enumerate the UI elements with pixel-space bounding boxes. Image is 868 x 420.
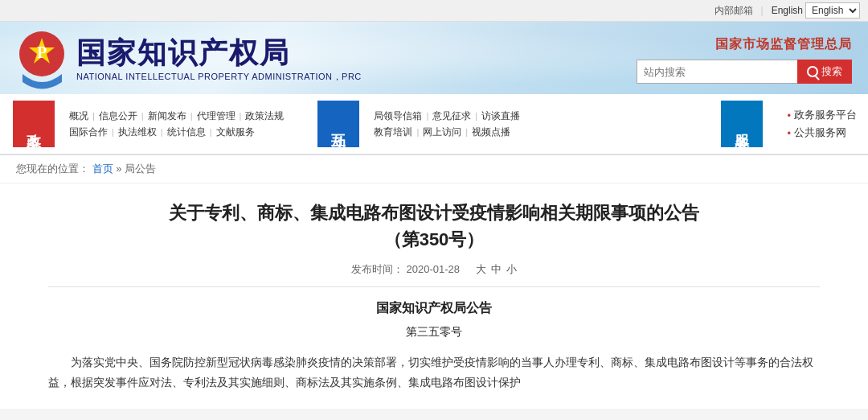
text-size-large[interactable]: 大 (476, 262, 486, 277)
logo-area: P 国家知识产权局 NATIONAL INTELLECTUAL PROPERTY… (16, 30, 362, 90)
article-number: 第三五零号 (48, 325, 820, 340)
nav-row-2: 国际合作 | 执法维权 | 统计信息 | 文献服务 (69, 126, 284, 139)
article-subtitle: （第350号） (384, 229, 485, 249)
nav-link-leadermail[interactable]: 局领导信箱 (374, 109, 422, 123)
article-date-area: 发布时间： 2020-01-28 (351, 262, 460, 277)
article-body: 为落实党中央、国务院防控新型冠状病毒感染肺炎疫情的决策部署，切实维护受疫情影响的… (48, 352, 820, 393)
nav-tab-label-zhengwu: 政务 (13, 101, 55, 147)
nav-link-opinion[interactable]: 意见征求 (432, 109, 471, 123)
nav-link-infopub[interactable]: 信息公开 (99, 109, 137, 123)
nav-link-education[interactable]: 教育培训 (374, 126, 412, 139)
nav-link-policy[interactable]: 政策法规 (245, 109, 284, 123)
nav-service-public[interactable]: 公共服务网 (787, 126, 857, 140)
nav-links-hudong: 局领导信箱 | 意见征求 | 访谈直播 教育培训 | 网上访问 | 视频点播 (366, 105, 528, 143)
article-date-label: 发布时间： (351, 263, 403, 275)
search-input[interactable] (637, 60, 797, 84)
nav-row-3: 局领导信箱 | 意见征求 | 访谈直播 (374, 109, 520, 123)
top-bar: 内部邮箱 | English English 中文 (0, 0, 868, 22)
breadcrumb-current: 局公告 (125, 163, 156, 175)
article-title: 关于专利、商标、集成电路布图设计受疫情影响相关期限事项的公告 （第350号） (48, 200, 820, 253)
logo-emblem-icon: P (16, 30, 68, 90)
nav-service-zhengwu[interactable]: 政务服务平台 (787, 108, 857, 122)
language-label: English (772, 5, 803, 16)
breadcrumb-home[interactable]: 首页 (92, 163, 113, 175)
nav-link-docs[interactable]: 文献服务 (216, 126, 255, 139)
text-size-controls: 大 中 小 (476, 262, 517, 277)
nav-service-links: 政务服务平台 公共服务网 (776, 94, 868, 154)
nav-link-gailan[interactable]: 概况 (69, 109, 88, 123)
article-org: 国家知识产权局公告 (48, 300, 820, 317)
nav-link-stats[interactable]: 统计信息 (167, 126, 206, 139)
nav-right: 服务 政务服务平台 公共服务网 (708, 94, 868, 154)
text-size-small[interactable]: 小 (506, 262, 517, 277)
nav-link-video[interactable]: 视频点播 (472, 126, 510, 139)
text-size-medium[interactable]: 中 (491, 262, 502, 277)
nav-tab-zhengwu[interactable]: 政务 概况 | 信息公开 | 新闻发布 | 代理管理 | 政策法规 国际合作 |… (0, 94, 305, 154)
market-admin-text: 国家市场监督管理总局 (715, 36, 852, 53)
logo-cn-text: 国家知识产权局 (76, 37, 362, 69)
logo-en-text: NATIONAL INTELLECTUAL PROPERTY ADMINISTR… (76, 71, 362, 83)
nav-link-intl[interactable]: 国际合作 (69, 126, 108, 139)
nav-links-zhengwu: 概况 | 信息公开 | 新闻发布 | 代理管理 | 政策法规 国际合作 | 执法… (61, 105, 292, 143)
nav-link-agentmgmt[interactable]: 代理管理 (197, 109, 235, 123)
nav-link-newspub[interactable]: 新闻发布 (148, 109, 186, 123)
breadcrumb-current-label: 您现在的位置： (16, 163, 89, 175)
internal-mail-link[interactable]: 内部邮箱 (714, 4, 753, 18)
breadcrumb-separator: » (116, 163, 125, 175)
nav-tab-fuwu[interactable]: 服务 (708, 94, 776, 154)
search-btn-label: 搜索 (821, 64, 842, 79)
article-meta: 发布时间： 2020-01-28 大 中 小 (48, 262, 820, 277)
nav-tab-label-hudong: 互动 (317, 101, 359, 147)
nav-link-enforcement[interactable]: 执法维权 (118, 126, 157, 139)
header: P 国家知识产权局 NATIONAL INTELLECTUAL PROPERTY… (0, 22, 868, 94)
top-bar-divider: | (761, 5, 764, 16)
nav-row-1: 概况 | 信息公开 | 新闻发布 | 代理管理 | 政策法规 (69, 109, 284, 123)
article-divider (48, 286, 820, 287)
search-icon (807, 66, 818, 77)
language-dropdown[interactable]: English 中文 (805, 2, 860, 19)
svg-text:P: P (37, 43, 47, 61)
search-area: 搜索 (637, 60, 852, 84)
nav-link-interview[interactable]: 访谈直播 (481, 109, 520, 123)
breadcrumb: 您现在的位置： 首页 » 局公告 (0, 155, 868, 183)
article-title-text: 关于专利、商标、集成电路布图设计受疫情影响相关期限事项的公告 (169, 203, 699, 223)
nav-bar: 政务 概况 | 信息公开 | 新闻发布 | 代理管理 | 政策法规 国际合作 |… (0, 94, 868, 155)
nav-tab-hudong[interactable]: 互动 局领导信箱 | 意见征求 | 访谈直播 教育培训 | 网上访问 | 视频点… (305, 94, 541, 154)
nav-tab-label-fuwu: 服务 (721, 101, 763, 147)
language-selector[interactable]: English English 中文 (772, 2, 860, 19)
nav-link-online-visit[interactable]: 网上访问 (423, 126, 461, 139)
logo-text: 国家知识产权局 NATIONAL INTELLECTUAL PROPERTY A… (76, 37, 362, 83)
main-content: 关于专利、商标、集成电路布图设计受疫情影响相关期限事项的公告 （第350号） 发… (0, 183, 868, 409)
header-right: 国家市场监督管理总局 搜索 (637, 36, 852, 84)
nav-row-4: 教育培训 | 网上访问 | 视频点播 (374, 126, 520, 139)
search-button[interactable]: 搜索 (797, 60, 852, 84)
article-date: 2020-01-28 (407, 263, 461, 275)
